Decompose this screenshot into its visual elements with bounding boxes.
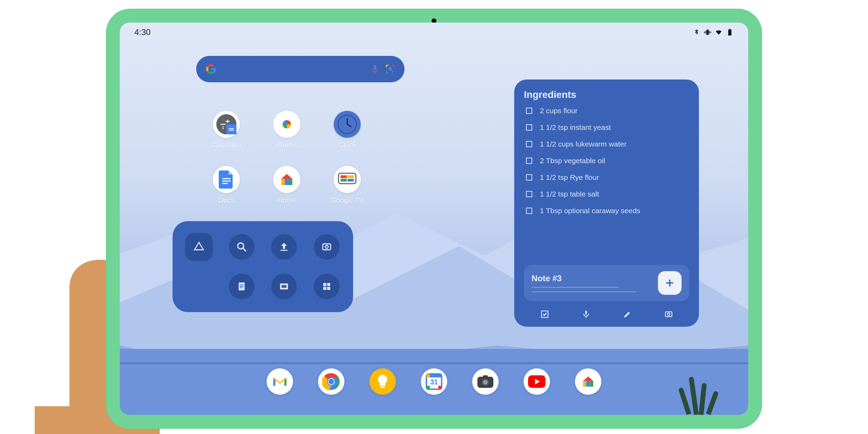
svg-point-5 — [223, 128, 224, 129]
add-note-button[interactable] — [658, 271, 682, 295]
checkbox-icon[interactable] — [526, 208, 532, 214]
app-google-tv[interactable]: Google TV — [317, 166, 377, 205]
app-label: Docs — [218, 197, 234, 205]
new-sheets-icon[interactable] — [314, 274, 340, 299]
svg-rect-22 — [323, 244, 331, 250]
scan-icon[interactable] — [314, 234, 340, 260]
search-icon[interactable] — [229, 234, 254, 260]
checkbox-icon[interactable] — [526, 191, 532, 197]
dock-chrome[interactable] — [318, 368, 344, 395]
vibrate-icon — [704, 28, 711, 36]
keep-item[interactable]: 2 Tbsp vegetable oil — [526, 157, 689, 165]
new-doc-icon[interactable] — [229, 274, 254, 299]
svg-rect-25 — [240, 284, 243, 285]
svg-rect-26 — [240, 286, 243, 287]
keep-item[interactable]: 1 Tbsp optional caraway seeds — [526, 207, 689, 215]
dock-keep[interactable] — [369, 368, 396, 395]
svg-rect-21 — [281, 250, 287, 251]
svg-rect-29 — [282, 285, 286, 288]
google-lens-icon[interactable] — [385, 64, 395, 74]
home-screen[interactable]: 4:30 — [120, 23, 748, 415]
svg-point-6 — [223, 126, 224, 127]
google-tv-icon — [334, 166, 361, 193]
svg-point-1 — [389, 67, 392, 71]
battery-icon — [726, 28, 734, 36]
app-label: Google TV — [331, 197, 364, 205]
keep-item[interactable]: 1 1/2 tsp Rye flour — [526, 173, 689, 182]
status-bar: 4:30 — [120, 23, 748, 42]
app-clock[interactable]: Clock — [317, 111, 377, 149]
app-label: Calculator — [211, 141, 242, 149]
drive-icon[interactable] — [185, 233, 213, 261]
keep-next-note[interactable]: Note #3 — [524, 265, 689, 301]
svg-rect-14 — [339, 173, 356, 184]
dock-youtube[interactable] — [524, 368, 550, 395]
svg-rect-13 — [222, 183, 228, 184]
search-bar[interactable] — [196, 56, 404, 82]
checkbox-icon[interactable] — [526, 108, 532, 114]
dock-camera[interactable] — [472, 368, 499, 395]
svg-point-2 — [392, 71, 394, 73]
checkbox-icon[interactable] — [526, 141, 532, 147]
svg-rect-47 — [438, 386, 442, 389]
svg-point-43 — [328, 379, 334, 384]
dock-gmail[interactable] — [267, 368, 293, 395]
wifi-icon — [715, 28, 723, 36]
draw-note-icon[interactable] — [621, 308, 634, 320]
app-photos[interactable]: Photos — [257, 111, 317, 149]
new-slides-icon[interactable] — [271, 274, 297, 299]
app-label: Clock — [339, 141, 356, 149]
svg-rect-48 — [426, 386, 430, 389]
svg-rect-52 — [483, 375, 488, 378]
dock: 31 — [267, 368, 601, 395]
svg-rect-16 — [348, 175, 354, 178]
app-label: Home — [277, 197, 296, 205]
keep-item[interactable]: 1 1/2 tsp instant yeast — [526, 123, 689, 132]
svg-point-23 — [325, 245, 328, 249]
keep-item[interactable]: 2 cups flour — [526, 107, 689, 115]
image-note-icon[interactable] — [662, 308, 675, 320]
wallpaper-grass — [679, 373, 727, 415]
voice-note-icon[interactable] — [580, 308, 592, 320]
app-home[interactable]: Home — [257, 166, 317, 205]
note-label: Note #3 — [532, 274, 636, 283]
keep-widget[interactable]: Ingredients 2 cups flour 1 1/2 tsp insta… — [514, 80, 699, 327]
svg-point-19 — [237, 243, 243, 249]
docs-icon — [213, 166, 240, 193]
drive-widget[interactable] — [173, 221, 353, 312]
svg-rect-44 — [381, 386, 385, 388]
svg-point-54 — [483, 380, 487, 384]
svg-rect-49 — [426, 374, 430, 377]
app-calculator[interactable]: Calculator — [196, 111, 257, 149]
svg-rect-15 — [341, 175, 347, 178]
google-g-icon — [205, 63, 217, 75]
svg-text:31: 31 — [430, 378, 438, 386]
svg-point-39 — [667, 313, 670, 316]
placeholder-line — [532, 291, 636, 292]
placeholder-line — [532, 287, 618, 288]
app-docs[interactable]: Docs — [196, 166, 257, 205]
dock-home[interactable] — [575, 368, 601, 395]
dock-calendar[interactable]: 31 — [421, 368, 447, 395]
voice-search-icon[interactable] — [370, 64, 380, 74]
clock-icon — [334, 111, 361, 138]
upload-icon[interactable] — [271, 234, 297, 260]
tablet-frame: 4:30 — [106, 9, 762, 429]
svg-rect-36 — [585, 311, 587, 315]
keep-checklist: 2 cups flour 1 1/2 tsp instant yeast 1 1… — [524, 107, 689, 261]
svg-rect-17 — [341, 179, 347, 182]
new-list-icon[interactable] — [539, 308, 551, 320]
svg-rect-18 — [348, 179, 354, 182]
home-icon — [273, 166, 300, 193]
keep-item[interactable]: 1 1/2 tsp table salt — [526, 190, 689, 198]
keep-item[interactable]: 1 1/2 cups lukewarm water — [526, 140, 689, 148]
svg-rect-38 — [665, 312, 672, 317]
clock-time: 4:30 — [134, 27, 151, 37]
bluetooth-icon — [693, 28, 700, 36]
checkbox-icon[interactable] — [526, 158, 532, 164]
svg-rect-27 — [240, 287, 243, 288]
checkbox-icon[interactable] — [526, 124, 532, 131]
app-label: Photos — [276, 141, 298, 149]
checkbox-icon[interactable] — [526, 174, 532, 181]
keep-note-title: Ingredients — [524, 89, 689, 100]
